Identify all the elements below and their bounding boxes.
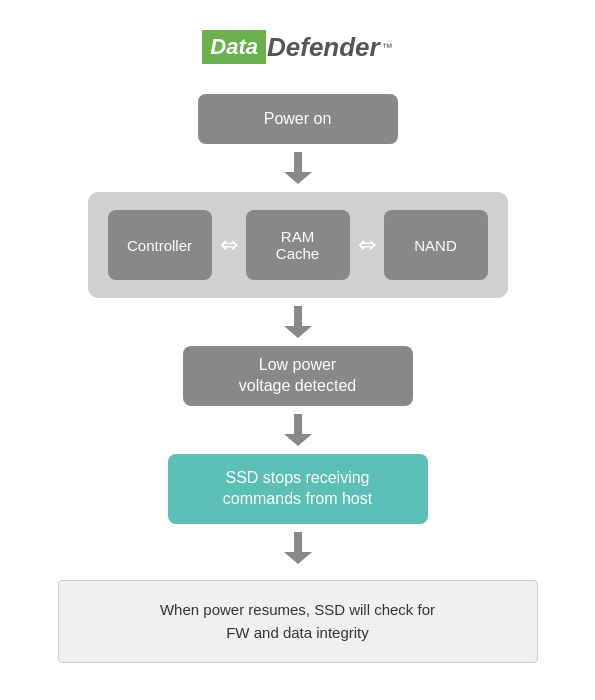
svg-rect-4 <box>294 414 302 434</box>
power-on-label: Power on <box>264 109 332 130</box>
low-power-label: Low power voltage detected <box>239 355 356 397</box>
ram-cache-box: RAM Cache <box>246 210 350 280</box>
svg-rect-2 <box>294 306 302 326</box>
controller-box: Controller <box>108 210 212 280</box>
ssd-stops-box: SSD stops receiving commands from host <box>168 454 428 524</box>
svg-marker-7 <box>284 552 312 564</box>
arrow-down-4 <box>284 532 312 564</box>
nand-label: NAND <box>414 237 457 254</box>
bottom-text-box: When power resumes, SSD will check for F… <box>58 580 538 663</box>
double-arrow-1: ⇔ <box>220 232 238 258</box>
double-arrow-2: ⇔ <box>358 232 376 258</box>
flow-diagram: Power on Controller ⇔ RAM Cache ⇔ NAND L… <box>58 94 538 663</box>
low-power-box: Low power voltage detected <box>183 346 413 406</box>
logo: Data Defender ™ <box>202 30 392 64</box>
svg-rect-6 <box>294 532 302 552</box>
svg-rect-0 <box>294 152 302 172</box>
svg-marker-3 <box>284 326 312 338</box>
logo-defender-text: Defender <box>267 32 380 63</box>
nand-box: NAND <box>384 210 488 280</box>
arrow-down-1 <box>284 152 312 184</box>
power-on-box: Power on <box>198 94 398 144</box>
ssd-stops-label: SSD stops receiving commands from host <box>223 468 372 510</box>
middle-group: Controller ⇔ RAM Cache ⇔ NAND <box>88 192 508 298</box>
arrow-down-3 <box>284 414 312 446</box>
controller-label: Controller <box>127 237 192 254</box>
svg-marker-5 <box>284 434 312 446</box>
bottom-text: When power resumes, SSD will check for F… <box>160 601 435 641</box>
logo-data-text: Data <box>202 30 266 64</box>
logo-tm: ™ <box>382 41 393 53</box>
svg-marker-1 <box>284 172 312 184</box>
arrow-down-2 <box>284 306 312 338</box>
ram-cache-label: RAM Cache <box>276 228 319 262</box>
